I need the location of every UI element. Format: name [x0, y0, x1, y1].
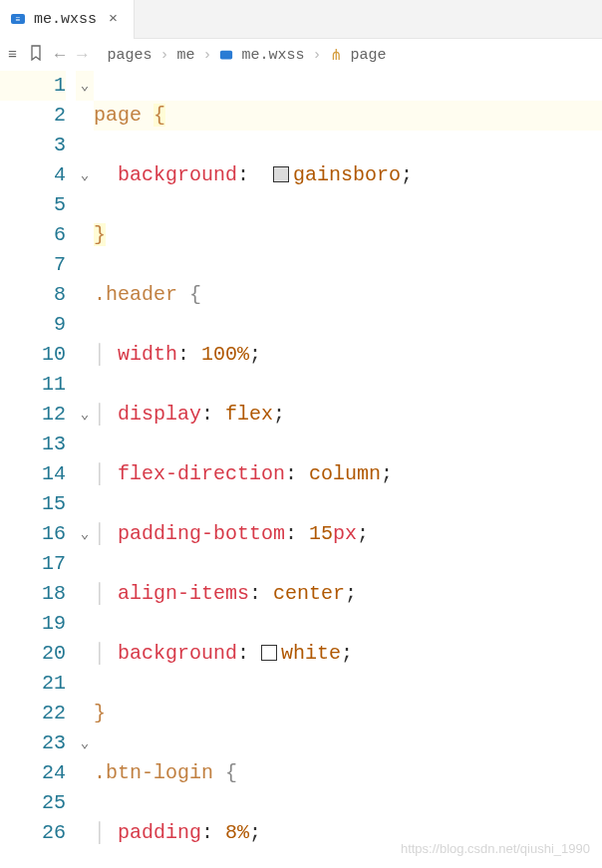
fold-toggle-icon[interactable]: ⌄ [76, 728, 94, 758]
close-icon[interactable]: × [105, 11, 122, 28]
css-file-icon: ≡ [10, 11, 26, 29]
svg-text:≡: ≡ [16, 15, 21, 24]
css-file-icon [219, 47, 233, 64]
breadcrumb: pages › me › me.wxss › ⋔ page [107, 46, 386, 65]
breadcrumb-item[interactable]: me [176, 47, 194, 64]
code-area[interactable]: page { background: gainsboro; } .header … [94, 71, 602, 868]
fold-toggle-icon[interactable]: ⌄ [76, 519, 94, 549]
color-swatch [261, 645, 277, 661]
fold-toggle-icon[interactable]: ⌄ [76, 400, 94, 430]
tab-file[interactable]: ≡ me.wxss × [0, 0, 135, 39]
fold-toggle-icon[interactable]: ⌄ [76, 160, 94, 190]
symbol-icon: ⋔ [330, 46, 343, 65]
fold-toggle-icon[interactable]: ⌄ [76, 71, 94, 101]
tab-label: me.wxss [34, 11, 97, 28]
toolbar: ≡ ← → pages › me › me.wxss › ⋔ page [0, 39, 602, 71]
breadcrumb-item[interactable]: me.wxss [241, 47, 304, 64]
fold-column: ⌄⌄⌄⌄⌄ [76, 71, 94, 868]
code-editor[interactable]: 1234567891011121314151617181920212223242… [0, 71, 602, 868]
chevron-right-icon: › [159, 47, 168, 64]
nav-forward-icon: → [77, 46, 87, 65]
breadcrumb-item[interactable]: pages [107, 47, 151, 64]
svg-rect-2 [220, 50, 232, 59]
menu-icon[interactable]: ≡ [8, 47, 17, 64]
bookmark-icon[interactable] [29, 45, 43, 66]
breadcrumb-item[interactable]: page [351, 47, 387, 64]
chevron-right-icon: › [202, 47, 211, 64]
color-swatch [273, 166, 289, 182]
tab-bar: ≡ me.wxss × [0, 0, 602, 39]
chevron-right-icon: › [313, 47, 322, 64]
watermark: https://blog.csdn.net/qiushi_1990 [401, 841, 590, 856]
line-numbers: 1234567891011121314151617181920212223242… [0, 71, 76, 868]
nav-back-icon[interactable]: ← [55, 46, 65, 65]
